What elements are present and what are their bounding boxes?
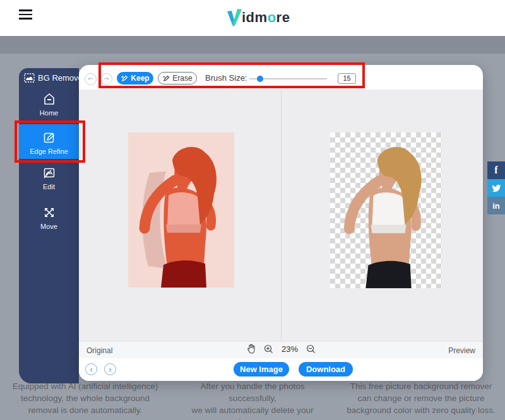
keep-button[interactable]: Keep xyxy=(117,72,153,85)
keep-brush-icon xyxy=(121,75,128,82)
undo-button[interactable] xyxy=(85,73,97,85)
previous-image-button[interactable]: ‹ xyxy=(85,363,97,375)
edge-refine-icon xyxy=(42,131,56,144)
brush-size-slider[interactable] xyxy=(249,78,327,79)
move-icon xyxy=(42,206,56,219)
original-pane-label: Original xyxy=(86,346,112,355)
hamburger-menu-icon[interactable] xyxy=(19,9,32,20)
canvas-divider xyxy=(281,90,282,341)
new-image-button[interactable]: New Image xyxy=(234,362,289,376)
erase-button[interactable]: Erase xyxy=(158,72,197,85)
app-header: idmore xyxy=(0,0,505,36)
original-image-figure xyxy=(128,132,234,288)
editor-canvas xyxy=(79,90,483,341)
page-overlay-band xyxy=(0,36,505,54)
original-image[interactable] xyxy=(128,132,234,288)
erase-brush-icon xyxy=(162,75,170,82)
bg-remover-icon xyxy=(24,73,35,83)
bg-remover-sidebar: BG Remover Home Edge Refine Edit Move xyxy=(19,68,79,383)
twitter-icon xyxy=(492,184,501,192)
next-image-button[interactable]: › xyxy=(104,363,116,375)
vidmore-v-icon xyxy=(225,8,243,27)
erase-button-label: Erase xyxy=(172,74,192,83)
facebook-icon: f xyxy=(494,165,497,176)
sidebar-item-label: Edge Refine xyxy=(19,148,79,155)
undo-icon xyxy=(87,76,94,83)
brush-size-slider-handle[interactable] xyxy=(257,76,263,82)
vidmore-logo-text: idmore xyxy=(242,9,290,26)
facebook-share-button[interactable]: f xyxy=(487,161,505,179)
linkedin-icon: in xyxy=(492,201,500,211)
sidebar-item-home[interactable]: Home xyxy=(19,91,79,121)
pan-hand-icon[interactable] xyxy=(247,344,256,354)
linkedin-share-button[interactable]: in xyxy=(487,197,505,214)
editor-action-bar: ‹ › New Image Download xyxy=(79,358,483,381)
preview-image[interactable] xyxy=(330,132,442,288)
preview-image-figure xyxy=(330,132,442,288)
sidebar-item-label: Move xyxy=(19,223,79,230)
zoom-level: 23% xyxy=(282,344,298,354)
info-column-quality: This free picture background remover can… xyxy=(345,380,497,416)
sidebar-item-edge-refine[interactable]: Edge Refine xyxy=(19,124,79,159)
canvas-status-bar: Original 23% xyxy=(79,341,483,358)
twitter-share-button[interactable] xyxy=(487,179,505,197)
info-column-privacy: After you handle the photos successfully… xyxy=(177,380,328,420)
editor-toolbar: Keep Erase Brush Size: 15 xyxy=(79,65,483,90)
brush-size-value[interactable]: 15 xyxy=(338,73,356,84)
sidebar-item-edit[interactable]: Edit xyxy=(19,166,79,196)
preview-pane-label: Preview xyxy=(448,346,475,355)
sidebar-item-label: Home xyxy=(19,109,79,117)
zoom-in-icon[interactable] xyxy=(264,344,273,354)
social-share-bar: f in xyxy=(487,161,505,214)
sidebar-title: BG Remover xyxy=(24,73,85,83)
zoom-out-icon[interactable] xyxy=(306,344,316,354)
editor-modal: Keep Erase Brush Size: 15 Ori xyxy=(79,65,483,381)
sidebar-item-label: Edit xyxy=(19,183,79,190)
brush-size-label: Brush Size: xyxy=(205,73,247,83)
info-column-ai: Equipped with AI (artificial intelligenc… xyxy=(9,380,161,416)
vidmore-logo[interactable]: idmore xyxy=(225,6,290,30)
sidebar-item-move[interactable]: Move xyxy=(19,206,79,236)
keep-button-label: Keep xyxy=(131,74,149,83)
home-icon xyxy=(42,92,56,106)
redo-button[interactable] xyxy=(100,73,112,85)
download-button[interactable]: Download xyxy=(299,362,353,376)
edit-icon xyxy=(42,166,56,180)
redo-icon xyxy=(103,76,110,83)
